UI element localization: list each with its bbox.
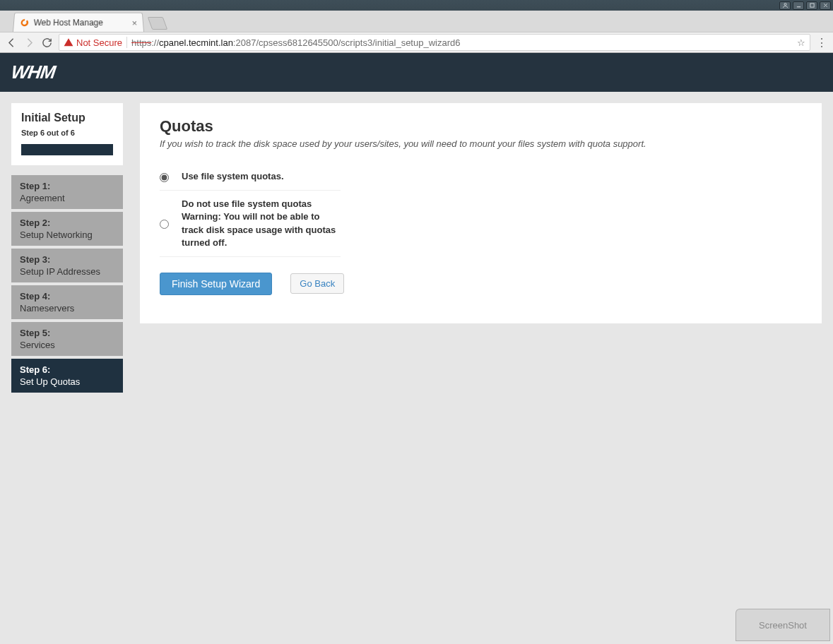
browser-toolbar: Not Secure https://cpanel.tecmint.lan:20… bbox=[0, 32, 833, 53]
window-close-icon[interactable] bbox=[820, 1, 831, 10]
svg-rect-2 bbox=[810, 4, 813, 7]
bookmark-star-icon[interactable]: ☆ bbox=[797, 37, 805, 48]
option-use-quotas[interactable]: Use file system quotas. bbox=[160, 163, 341, 191]
browser-tab[interactable]: Web Host Manage × bbox=[13, 13, 144, 32]
reload-button[interactable] bbox=[41, 37, 53, 49]
window-minimize-icon[interactable] bbox=[793, 1, 804, 10]
tab-strip: Web Host Manage × bbox=[0, 11, 833, 32]
window-maximize-icon[interactable] bbox=[806, 1, 817, 10]
page-title: Quotas bbox=[160, 117, 802, 136]
quota-options: Use file system quotas. Do not use file … bbox=[160, 163, 341, 257]
radio-use-quotas[interactable] bbox=[160, 173, 169, 182]
main-panel: Quotas If you wish to track the disk spa… bbox=[140, 103, 822, 323]
warning-icon bbox=[64, 37, 73, 47]
whm-logo: WHM bbox=[10, 61, 57, 83]
sidebar: Initial Setup Step 6 out of 6 Step 1:Agr… bbox=[11, 103, 123, 393]
app-viewport: WHM Initial Setup Step 6 out of 6 Step 1… bbox=[0, 53, 833, 644]
label-no-quotas: Do not use file system quotas Warning: Y… bbox=[182, 198, 341, 249]
cpanel-icon bbox=[19, 18, 30, 28]
tab-close-icon[interactable]: × bbox=[131, 18, 138, 28]
step-quotas[interactable]: Step 6:Set Up Quotas bbox=[11, 359, 123, 393]
option-no-quotas[interactable]: Do not use file system quotas Warning: Y… bbox=[160, 191, 341, 257]
browser-chrome: Web Host Manage × Not Secure https://cpa… bbox=[0, 11, 833, 53]
tab-title: Web Host Manage bbox=[33, 18, 103, 28]
sidebar-header: Initial Setup Step 6 out of 6 bbox=[11, 103, 123, 165]
screenshot-badge: ScreenShot bbox=[735, 609, 830, 641]
button-row: Finish Setup Wizard Go Back bbox=[160, 273, 802, 295]
not-secure-indicator[interactable]: Not Secure bbox=[64, 37, 122, 48]
radio-no-quotas[interactable] bbox=[160, 220, 169, 229]
os-user-icon[interactable] bbox=[779, 1, 791, 10]
step-nameservers[interactable]: Step 4:Nameservers bbox=[11, 285, 123, 319]
os-titlebar bbox=[0, 0, 833, 11]
address-bar[interactable]: Not Secure https://cpanel.tecmint.lan:20… bbox=[59, 34, 810, 51]
step-services[interactable]: Step 5:Services bbox=[11, 322, 123, 356]
go-back-button[interactable]: Go Back bbox=[290, 273, 344, 294]
back-button[interactable] bbox=[6, 37, 18, 49]
top-nav: WHM bbox=[0, 53, 833, 92]
browser-menu-icon[interactable]: ⋮ bbox=[816, 36, 827, 49]
step-ip-addresses[interactable]: Step 3:Setup IP Addresses bbox=[11, 249, 123, 282]
page-description: If you wish to track the disk space used… bbox=[160, 138, 802, 149]
label-use-quotas: Use file system quotas. bbox=[182, 170, 284, 183]
sidebar-subtitle: Step 6 out of 6 bbox=[21, 129, 113, 137]
finish-button[interactable]: Finish Setup Wizard bbox=[160, 273, 272, 295]
sidebar-title: Initial Setup bbox=[21, 112, 113, 124]
step-list: Step 1:Agreement Step 2:Setup Networking… bbox=[11, 175, 123, 393]
step-agreement[interactable]: Step 1:Agreement bbox=[11, 175, 123, 209]
svg-point-0 bbox=[784, 4, 786, 6]
forward-button[interactable] bbox=[23, 37, 35, 49]
url-text: https://cpanel.tecmint.lan:2087/cpsess68… bbox=[131, 37, 460, 48]
new-tab-button[interactable] bbox=[148, 17, 168, 30]
step-networking[interactable]: Step 2:Setup Networking bbox=[11, 212, 123, 246]
progress-bar bbox=[21, 144, 113, 155]
separator bbox=[126, 37, 127, 48]
